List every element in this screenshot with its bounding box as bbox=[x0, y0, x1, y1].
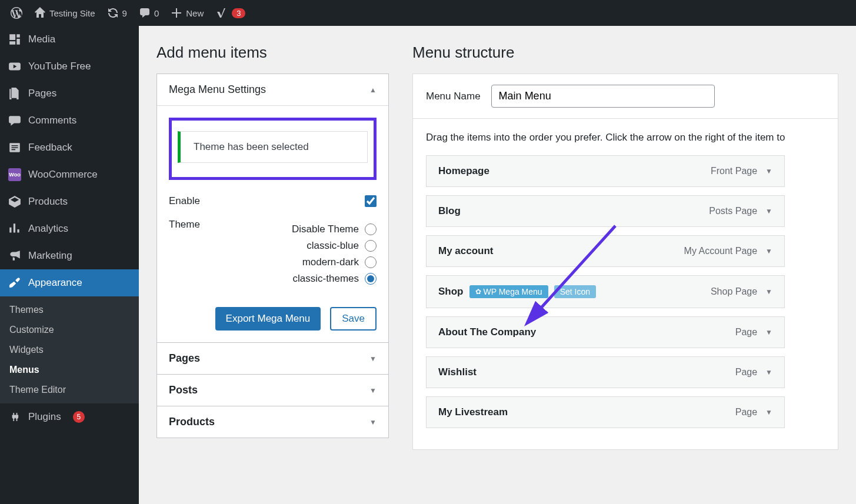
expand-item-icon[interactable]: ▼ bbox=[765, 368, 772, 376]
theme-opt-classic-themes[interactable]: classic-themes bbox=[292, 273, 377, 285]
media-icon bbox=[8, 33, 21, 46]
menu-item-bar[interactable]: Shop✿ WP Mega MenuSet IconShop Page▼ bbox=[426, 275, 785, 308]
menu-item-meta: My Account Page▼ bbox=[684, 246, 772, 256]
sidebar-item-plugins[interactable]: Plugins5 bbox=[0, 403, 139, 430]
sidebar-item-youtube[interactable]: YouTube Free bbox=[0, 53, 139, 80]
woo-icon: Woo bbox=[8, 168, 21, 181]
menu-item-title: Shop✿ WP Mega MenuSet Icon bbox=[438, 285, 596, 298]
menu-structure-title: Menu structure bbox=[412, 44, 838, 62]
mega-menu-panel: Mega Menu Settings ▲ Theme has been sele… bbox=[156, 74, 389, 343]
save-button[interactable]: Save bbox=[330, 307, 377, 331]
sidebar-label: WooCommerce bbox=[28, 169, 98, 181]
sidebar-item-comments[interactable]: Comments bbox=[0, 107, 139, 134]
sidebar-item-woocommerce[interactable]: WooWooCommerce bbox=[0, 161, 139, 188]
drag-description: Drag the items into the order you prefer… bbox=[426, 132, 825, 155]
sidebar-label: Products bbox=[28, 196, 68, 208]
pages-icon bbox=[8, 87, 21, 100]
menu-item-title: Homepage bbox=[438, 165, 489, 177]
menu-item-bar[interactable]: My LivestreamPage▼ bbox=[426, 396, 785, 428]
menu-item-bar[interactable]: WishlistPage▼ bbox=[426, 356, 785, 388]
youtube-icon bbox=[8, 60, 21, 73]
theme-opt-modern-dark[interactable]: modern-dark bbox=[292, 256, 377, 268]
add-menu-items-col: Add menu items Mega Menu Settings ▲ Them… bbox=[156, 44, 389, 438]
plugin-icon bbox=[8, 410, 21, 423]
pages-panel-header[interactable]: Pages▼ bbox=[157, 343, 388, 374]
yoast-count: 3 bbox=[232, 8, 245, 18]
menu-item-meta: Posts Page▼ bbox=[709, 206, 772, 216]
expand-item-icon[interactable]: ▼ bbox=[765, 247, 772, 255]
comments-icon bbox=[8, 114, 21, 127]
menu-item-bar[interactable]: HomepageFront Page▼ bbox=[426, 155, 785, 187]
notice-highlight: Theme has been selected bbox=[169, 118, 377, 180]
sidebar-item-media[interactable]: Media bbox=[0, 26, 139, 53]
megaphone-icon bbox=[8, 249, 21, 262]
menu-item-title: My account bbox=[438, 245, 494, 257]
submenu-widgets[interactable]: Widgets bbox=[0, 340, 139, 360]
products-panel: Products▼ bbox=[156, 406, 389, 438]
menu-item-bar[interactable]: About The CompanyPage▼ bbox=[426, 316, 785, 348]
enable-checkbox[interactable] bbox=[365, 195, 377, 207]
theme-selected-notice: Theme has been selected bbox=[178, 131, 368, 163]
export-mega-menu-button[interactable]: Export Mega Menu bbox=[215, 307, 321, 331]
sidebar-label: Media bbox=[28, 34, 55, 45]
yoast-link[interactable]: 3 bbox=[209, 0, 251, 26]
menu-items-list: HomepageFront Page▼BlogPosts Page▼My acc… bbox=[426, 155, 825, 428]
brush-icon bbox=[8, 276, 21, 289]
sidebar-item-marketing[interactable]: Marketing bbox=[0, 242, 139, 269]
menu-name-label: Menu Name bbox=[426, 91, 481, 102]
mega-menu-panel-header[interactable]: Mega Menu Settings ▲ bbox=[157, 74, 388, 105]
enable-label: Enable bbox=[169, 195, 200, 207]
posts-panel-header[interactable]: Posts▼ bbox=[157, 375, 388, 406]
set-icon-badge[interactable]: Set Icon bbox=[554, 285, 596, 298]
expand-icon: ▼ bbox=[369, 355, 377, 363]
sidebar-label: YouTube Free bbox=[28, 61, 91, 72]
sidebar-item-products[interactable]: Products bbox=[0, 188, 139, 215]
site-name-link[interactable]: Testing Site bbox=[28, 0, 101, 26]
submenu-theme-editor[interactable]: Theme Editor bbox=[0, 380, 139, 400]
expand-icon: ▼ bbox=[369, 418, 377, 426]
expand-item-icon[interactable]: ▼ bbox=[765, 328, 772, 336]
sidebar-item-appearance[interactable]: Appearance bbox=[0, 269, 139, 296]
menu-item-title: My Livestream bbox=[438, 406, 508, 418]
new-content-link[interactable]: New bbox=[165, 0, 209, 26]
plugins-count-badge: 5 bbox=[73, 411, 85, 423]
sidebar-label: Analytics bbox=[28, 223, 68, 235]
expand-item-icon[interactable]: ▼ bbox=[765, 167, 772, 175]
menu-item-title: Blog bbox=[438, 205, 461, 217]
enable-row: Enable bbox=[169, 189, 377, 213]
products-panel-header[interactable]: Products▼ bbox=[157, 406, 388, 438]
admin-sidebar: Media YouTube Free Pages Comments Feedba… bbox=[0, 26, 139, 468]
admin-bar: Testing Site 9 0 New 3 bbox=[0, 0, 856, 26]
collapse-icon: ▲ bbox=[369, 86, 377, 94]
menu-item-meta: Page▼ bbox=[735, 407, 772, 418]
expand-item-icon[interactable]: ▼ bbox=[765, 288, 772, 296]
menu-item-title: Wishlist bbox=[438, 366, 477, 378]
submenu-menus[interactable]: Menus bbox=[0, 360, 139, 380]
menu-item-meta: Page▼ bbox=[735, 327, 772, 338]
wp-logo[interactable] bbox=[5, 0, 28, 26]
theme-opt-classic-blue[interactable]: classic-blue bbox=[292, 240, 377, 252]
wordpress-icon bbox=[11, 7, 22, 19]
submenu-themes[interactable]: Themes bbox=[0, 300, 139, 320]
updates-link[interactable]: 9 bbox=[101, 0, 133, 26]
menu-name-input[interactable] bbox=[491, 85, 715, 108]
menu-name-row: Menu Name bbox=[412, 74, 838, 119]
comment-icon bbox=[139, 7, 151, 19]
sidebar-item-analytics[interactable]: Analytics bbox=[0, 215, 139, 242]
comments-link[interactable]: 0 bbox=[133, 0, 165, 26]
wp-mega-menu-badge[interactable]: ✿ WP Mega Menu bbox=[469, 285, 548, 298]
theme-row: Theme Disable Theme classic-blue modern-… bbox=[169, 213, 377, 295]
menu-item-bar[interactable]: BlogPosts Page▼ bbox=[426, 195, 785, 227]
menu-item-meta: Shop Page▼ bbox=[711, 286, 772, 297]
add-items-title: Add menu items bbox=[156, 44, 389, 62]
home-icon bbox=[34, 7, 46, 19]
sidebar-item-feedback[interactable]: Feedback bbox=[0, 134, 139, 161]
updates-count: 9 bbox=[122, 8, 127, 18]
submenu-customize[interactable]: Customize bbox=[0, 320, 139, 340]
expand-item-icon[interactable]: ▼ bbox=[765, 408, 772, 416]
sidebar-item-pages[interactable]: Pages bbox=[0, 80, 139, 107]
appearance-submenu: Themes Customize Widgets Menus Theme Edi… bbox=[0, 296, 139, 403]
menu-item-bar[interactable]: My accountMy Account Page▼ bbox=[426, 235, 785, 267]
expand-item-icon[interactable]: ▼ bbox=[765, 207, 772, 215]
theme-opt-disable[interactable]: Disable Theme bbox=[292, 223, 377, 235]
